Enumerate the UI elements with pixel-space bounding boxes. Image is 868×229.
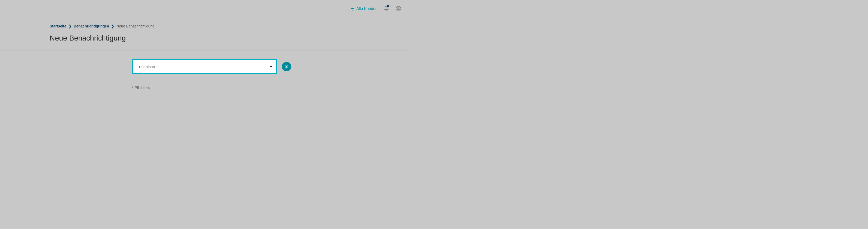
user-circle-icon — [396, 6, 401, 11]
breadcrumb: Startseite ❯ Benachrichtigungen ❯ Neue B… — [50, 24, 358, 28]
breadcrumb-section[interactable]: Benachrichtigungen — [74, 24, 109, 28]
step-badge: 3 — [282, 62, 291, 71]
account-button[interactable] — [395, 5, 402, 12]
event-type-select[interactable]: Ereignisart * — [132, 59, 277, 74]
topbar: Alle Kunden — [0, 0, 408, 17]
filter-icon — [350, 7, 355, 10]
svg-point-1 — [398, 7, 399, 9]
breadcrumb-home[interactable]: Startseite — [50, 24, 66, 28]
step-badge-value: 3 — [285, 64, 288, 69]
page-header: Startseite ❯ Benachrichtigungen ❯ Neue B… — [0, 17, 408, 51]
chevron-right-icon: ❯ — [68, 24, 72, 28]
page-title: Neue Benachrichtigung — [50, 34, 358, 42]
form-area: Ereignisart * 3 * Pflichtfeld — [132, 59, 408, 90]
notifications-button[interactable] — [383, 5, 390, 12]
event-type-placeholder: Ereignisart * — [136, 65, 158, 69]
event-type-row: Ereignisart * 3 — [132, 59, 408, 74]
required-hint: * Pflichtfeld — [132, 86, 408, 90]
customer-filter-label: Alle Kunden — [356, 6, 377, 11]
breadcrumb-current: Neue Benachrichtigung — [116, 24, 155, 28]
chevron-right-icon: ❯ — [111, 24, 114, 28]
notification-dot-icon — [387, 5, 389, 7]
customer-filter-chip[interactable]: Alle Kunden — [350, 6, 377, 11]
chevron-down-icon — [270, 66, 273, 67]
